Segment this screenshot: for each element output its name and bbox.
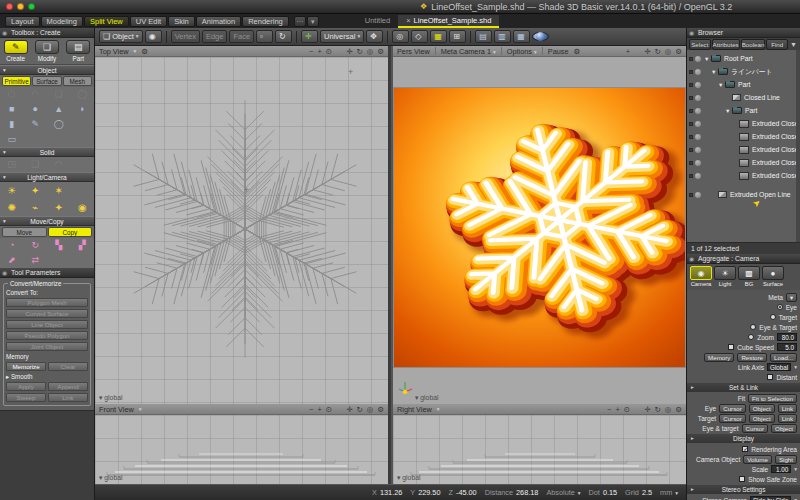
- object-tab-mesh[interactable]: Mesh: [63, 76, 92, 86]
- gear-icon[interactable]: ⚙: [377, 405, 384, 414]
- object-button[interactable]: Object: [749, 414, 775, 423]
- volume-button[interactable]: Volume: [743, 455, 772, 464]
- tree-row[interactable]: ▼Root Part: [687, 52, 800, 65]
- front-view-canvas[interactable]: ▾ global: [95, 415, 388, 484]
- magnify-icon[interactable]: ◎: [367, 405, 374, 414]
- pers-view-canvas[interactable]: ▾ global: [393, 57, 686, 404]
- workspace-tab-modeling[interactable]: Modeling: [41, 16, 83, 27]
- gear-icon[interactable]: ⚙: [675, 405, 682, 414]
- pan-icon[interactable]: ✛: [644, 47, 650, 56]
- light-tools-1-icon[interactable]: ✦: [24, 182, 48, 199]
- pers-view-title[interactable]: Pers View: [397, 47, 430, 56]
- primitive-tool-icon[interactable]: ✎: [24, 117, 48, 132]
- wireframe-display-button[interactable]: ▤: [475, 30, 492, 43]
- primitive-disabled-icon[interactable]: ❏: [47, 87, 71, 102]
- globe-button[interactable]: ◎: [392, 30, 409, 43]
- primitive-disabled-icon[interactable]: ⬡: [0, 87, 24, 102]
- tree-row[interactable]: ▼ラインパート: [687, 65, 800, 78]
- gear-icon[interactable]: ⚙: [573, 47, 580, 56]
- primitive-tool-icon[interactable]: ▮: [0, 117, 24, 132]
- move-button[interactable]: Move: [2, 227, 47, 237]
- render-flag-icon[interactable]: [689, 135, 693, 139]
- clear-button[interactable]: Clear: [48, 362, 88, 371]
- orbit-icon[interactable]: ↻: [654, 405, 660, 414]
- sweep-button[interactable]: Sweep: [6, 393, 46, 402]
- axis-mode-tag[interactable]: ▾ global: [397, 474, 420, 482]
- close-tab-icon[interactable]: ×: [406, 16, 410, 25]
- tool-parameters-header[interactable]: Tool Parameters: [0, 268, 94, 278]
- link-button[interactable]: Link: [778, 404, 797, 413]
- radio-button[interactable]: [770, 314, 776, 320]
- render-flag-icon[interactable]: [689, 83, 693, 87]
- front-view-title[interactable]: Front View: [99, 405, 134, 414]
- move-copy-tools-1-icon[interactable]: ↻: [24, 238, 48, 253]
- render-flag-icon[interactable]: [689, 96, 693, 100]
- restore-button[interactable]: Restore: [737, 353, 767, 362]
- minimize-window-icon[interactable]: [17, 3, 24, 10]
- value-field[interactable]: Global: [767, 363, 791, 371]
- zoom-in-icon[interactable]: +: [317, 47, 321, 56]
- visibility-toggle-icon[interactable]: [695, 173, 701, 179]
- value-field[interactable]: Side by Side: [750, 496, 791, 500]
- camera-selector[interactable]: Meta Camera 1 ▾: [441, 47, 496, 56]
- tree-row[interactable]: Extruded Open Line: [687, 188, 800, 201]
- checkbox[interactable]: [767, 374, 773, 380]
- render-flag-icon[interactable]: [689, 109, 693, 113]
- primitive-solid-icon[interactable]: ■: [0, 102, 24, 117]
- orbit-icon[interactable]: ↻: [356, 47, 362, 56]
- render-flag-icon[interactable]: [689, 70, 693, 74]
- value-field[interactable]: 80.0: [777, 333, 797, 341]
- camera-view-button[interactable]: ◉: [145, 30, 162, 43]
- gear-icon[interactable]: ⚙: [377, 47, 384, 56]
- convert-line-object-button[interactable]: Line Object: [6, 320, 88, 329]
- link-button[interactable]: Link: [778, 414, 797, 423]
- dropdown-button[interactable]: ▾: [786, 293, 797, 302]
- grid-snap-button[interactable]: ▦: [430, 30, 447, 43]
- load-button[interactable]: Load...: [770, 353, 797, 362]
- axis-mode-tag[interactable]: ▾ global: [99, 394, 122, 402]
- checkbox[interactable]: [728, 344, 734, 350]
- fit-to-selection-button[interactable]: Fit to Selection: [748, 394, 797, 403]
- document-tab-untitled[interactable]: Untitled: [357, 15, 398, 28]
- visibility-toggle-icon[interactable]: [695, 82, 701, 88]
- workspace-tab-animation[interactable]: Animation: [196, 16, 241, 27]
- light-tools-2-icon[interactable]: ✦: [47, 199, 71, 216]
- render-flag-icon[interactable]: [689, 57, 693, 61]
- marquee-select-button[interactable]: ▫: [256, 30, 273, 43]
- axis-mode-tag[interactable]: ▾ global: [415, 394, 438, 402]
- cursor-button[interactable]: Cursor: [742, 424, 769, 433]
- primitive-tool-icon[interactable]: ◯: [47, 117, 71, 132]
- zoom-in-icon[interactable]: +: [626, 47, 630, 56]
- workspace-tab-rendering[interactable]: Rendering: [242, 16, 289, 27]
- orbit-icon[interactable]: ↻: [356, 405, 362, 414]
- memorize-button[interactable]: Memorize: [6, 362, 46, 371]
- workspace-tab-skin[interactable]: Skin: [168, 16, 195, 27]
- render-flag-icon[interactable]: [689, 122, 693, 126]
- light-tools-2-icon[interactable]: ◉: [71, 199, 95, 216]
- visibility-toggle-icon[interactable]: [695, 121, 701, 127]
- visibility-toggle-icon[interactable]: [695, 95, 701, 101]
- status-mm[interactable]: mm▾: [660, 488, 678, 497]
- top-view-canvas[interactable]: + + ▾ global: [95, 57, 388, 404]
- section-set-link[interactable]: Set & Link: [687, 383, 800, 392]
- document-tab-lineoffset-sample-shd[interactable]: ×LineOffset_Sample.shd: [398, 15, 499, 28]
- checkbox[interactable]: [742, 446, 748, 452]
- aggregate-tab-camera[interactable]: ◉Camera: [690, 266, 712, 290]
- pause-button[interactable]: Pause: [548, 47, 569, 56]
- light-tools-2-icon[interactable]: ✺: [0, 199, 24, 216]
- section-move-copy[interactable]: Move/Copy: [0, 216, 94, 226]
- textured-display-button[interactable]: ▦: [513, 30, 530, 43]
- section-solid[interactable]: Solid: [0, 147, 94, 157]
- visibility-toggle-icon[interactable]: [695, 192, 701, 198]
- tree-row[interactable]: Closed Line: [687, 91, 800, 104]
- convert-curved-surface-button[interactable]: Curved Surface: [6, 309, 88, 318]
- workspace-tab-uv-edit[interactable]: UV Edit: [130, 16, 167, 27]
- toolbox-header[interactable]: Toolbox : Create: [0, 28, 94, 38]
- convert-joint-object-button[interactable]: Joint Object: [6, 342, 88, 351]
- visibility-toggle-icon[interactable]: [695, 69, 701, 75]
- zoom-out-icon[interactable]: −: [309, 47, 313, 56]
- visibility-toggle-icon[interactable]: [695, 147, 701, 153]
- rotate-tool-button[interactable]: ↻: [275, 30, 292, 43]
- right-view-canvas[interactable]: ▾ global: [393, 415, 686, 484]
- workspace-tab-split-view[interactable]: Split View: [84, 16, 129, 27]
